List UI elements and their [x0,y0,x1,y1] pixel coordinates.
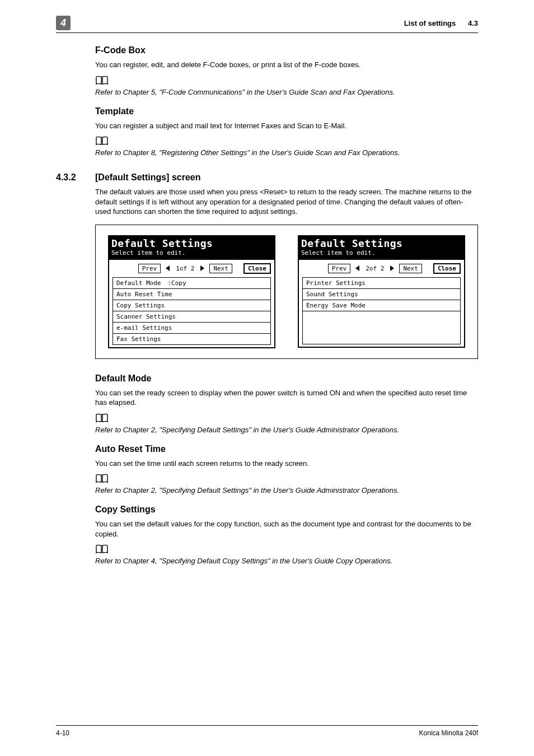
list-item-label: e-mail Settings [116,324,172,332]
list-item-label: Printer Settings [306,279,366,287]
lcd-subtitle: Select item to edit. [111,249,272,256]
lcd-title: Default Settings [111,237,272,249]
list-item-label: Energy Save Mode [306,302,366,309]
list-item[interactable]: Energy Save Mode [303,300,460,311]
next-button[interactable]: Next [399,264,422,273]
list-item[interactable]: Fax Settings [113,334,270,344]
list-item-label: Default Mode [116,279,161,287]
right-arrow-icon [200,265,204,271]
heading-auto-reset-time: Auto Reset Time [95,444,478,454]
lcd-menu-list: Default Mode :Copy Auto Reset Time Copy … [113,277,271,345]
reference-text: Refer to Chapter 4, "Specifying Default … [95,557,478,565]
page-footer: 4-10 Konica Minolta 240f [56,725,478,737]
reference-text: Refer to Chapter 8, "Registering Other S… [95,148,478,157]
body-text: You can register, edit, and delete F-Cod… [95,60,478,70]
body-text: You can register a subject and mail text… [95,121,478,131]
list-item[interactable]: Sound Settings [303,289,460,300]
list-item-label: Sound Settings [306,291,358,298]
list-item[interactable]: Copy Settings [113,300,270,311]
list-item-value: :Copy [167,279,186,287]
body-text: The default values are those used when y… [95,187,478,217]
prev-button[interactable]: Prev [328,264,351,273]
list-item-label: Scanner Settings [116,313,176,320]
list-item[interactable]: Printer Settings [303,278,460,289]
running-head: List of settings [404,19,456,27]
list-item[interactable]: e-mail Settings [113,323,270,334]
section-title: [Default Settings] screen [95,172,200,183]
list-item-label: Copy Settings [116,302,165,309]
reference-icon [95,76,109,86]
body-text: You can set the time until each screen r… [95,459,478,469]
list-item[interactable]: Auto Reset Time [113,289,270,300]
left-arrow-icon [166,265,170,271]
body-text: You can set the default values for the c… [95,519,478,539]
heading-fcode-box: F-Code Box [95,45,478,55]
list-item-label: Auto Reset Time [116,291,172,298]
lcd-screen-page-1: Default Settings Select item to edit. Pr… [108,235,275,348]
left-arrow-icon [355,265,359,271]
right-arrow-icon [390,265,394,271]
heading-template: Template [95,106,478,116]
list-item-label: Fax Settings [116,335,161,343]
list-item[interactable]: Default Mode :Copy [113,278,270,289]
body-text: You can set the ready screen to display … [95,388,478,408]
close-button[interactable]: Close [433,263,461,274]
close-button[interactable]: Close [243,263,271,274]
lcd-subtitle: Select item to edit. [301,249,462,256]
figure-default-settings-screens: Default Settings Select item to edit. Pr… [95,225,478,359]
running-section-number: 4.3 [458,19,478,27]
next-button[interactable]: Next [209,264,232,273]
heading-copy-settings: Copy Settings [95,505,478,515]
product-name: Konica Minolta 240f [419,729,478,737]
reference-text: Refer to Chapter 5, "F-Code Communicatio… [95,88,478,96]
reference-icon [95,413,109,423]
list-empty-space [303,311,460,344]
prev-button[interactable]: Prev [138,264,161,273]
page-indicator: 2of 2 [364,265,385,272]
reference-text: Refer to Chapter 2, "Specifying Default … [95,426,478,434]
reference-icon [95,136,109,146]
page-indicator: 1of 2 [175,265,195,272]
reference-text: Refer to Chapter 2, "Specifying Default … [95,486,478,494]
page-number: 4-10 [56,729,69,737]
page-header: 4 List of settings 4.3 [56,16,478,33]
heading-default-mode: Default Mode [95,374,478,384]
reference-icon [95,544,109,554]
lcd-menu-list: Printer Settings Sound Settings Energy S… [302,277,461,344]
reference-icon [95,474,109,484]
section-number: 4.3.2 [56,172,85,183]
lcd-title: Default Settings [301,237,462,249]
list-item[interactable]: Scanner Settings [113,311,270,323]
lcd-screen-page-2: Default Settings Select item to edit. Pr… [298,235,465,348]
chapter-badge: 4 [56,16,71,30]
